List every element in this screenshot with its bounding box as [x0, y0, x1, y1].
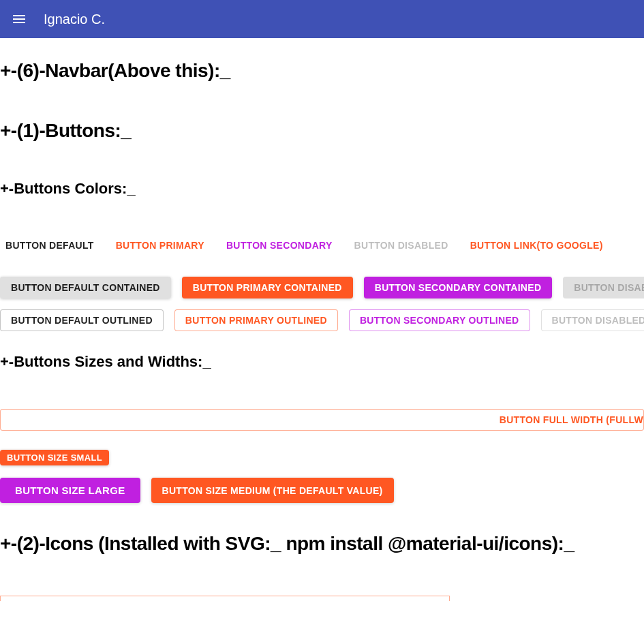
button-link-google[interactable]: Button Link(to Google) — [465, 236, 609, 255]
button-disabled-outlined: Button Disabled Outlined — [541, 309, 644, 331]
button-default-outlined[interactable]: Button Default Outlined — [0, 309, 164, 331]
large-medium-row: Button Size Large Button Size Medium (th… — [0, 478, 644, 503]
button-primary[interactable]: Button Primary — [110, 236, 210, 255]
heading-buttons-colors: +-Buttons Colors:_ — [0, 180, 644, 198]
button-disabled: Button Disabled — [349, 236, 454, 255]
button-primary-outlined[interactable]: Button Primary Outlined — [174, 309, 338, 331]
heading-buttons-sizes: +-Buttons Sizes and Widths:_ — [0, 353, 644, 371]
button-size-small[interactable]: Button Size Small — [0, 450, 109, 465]
heading-buttons: +-(1)-Buttons:_ — [0, 120, 644, 142]
heading-navbar: +-(6)-Navbar(Above this):_ — [0, 60, 644, 82]
button-size-medium[interactable]: Button Size Medium (the default value) — [151, 478, 394, 503]
text-buttons-row: Button Default Button Primary Button Sec… — [0, 236, 644, 255]
button-default[interactable]: Button Default — [0, 236, 99, 255]
button-full-width-label: Button Full Width (FullW — [500, 414, 643, 425]
content: +-(6)-Navbar(Above this):_ +-(1)-Buttons… — [0, 38, 644, 601]
button-primary-contained[interactable]: Button Primary Contained — [182, 277, 353, 298]
partial-outlined-box — [0, 596, 450, 601]
outlined-buttons-row: Button Default Outlined Button Primary O… — [0, 309, 644, 331]
button-secondary-outlined[interactable]: Button Secondary Outlined — [349, 309, 530, 331]
appbar-title: Ignacio C. — [44, 12, 105, 27]
contained-buttons-row: Button Default Contained Button Primary … — [0, 277, 644, 298]
menu-icon[interactable] — [11, 11, 27, 27]
fullwidth-row: Button Full Width (FullW — [0, 409, 644, 431]
button-size-large[interactable]: Button Size Large — [0, 478, 140, 503]
button-default-contained[interactable]: Button Default Contained — [0, 277, 171, 298]
small-button-row: Button Size Small — [0, 450, 644, 465]
button-disabled-contained: Button Disabled Contained — [563, 277, 644, 298]
button-secondary-contained[interactable]: Button Secondary Contained — [364, 277, 553, 298]
appbar: Ignacio C. — [0, 0, 644, 38]
heading-icons: +-(2)-Icons (Installed with SVG:_ npm in… — [0, 533, 644, 555]
button-full-width[interactable]: Button Full Width (FullW — [0, 409, 644, 431]
button-secondary[interactable]: Button Secondary — [221, 236, 338, 255]
